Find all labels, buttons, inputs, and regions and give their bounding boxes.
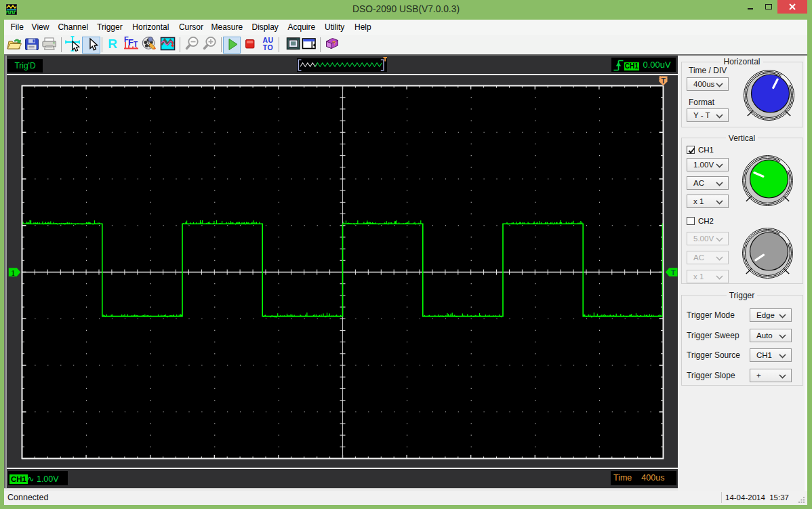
svg-text:1: 1 bbox=[11, 268, 15, 278]
svg-text:T: T bbox=[671, 268, 676, 277]
svg-text:T: T bbox=[661, 77, 666, 85]
